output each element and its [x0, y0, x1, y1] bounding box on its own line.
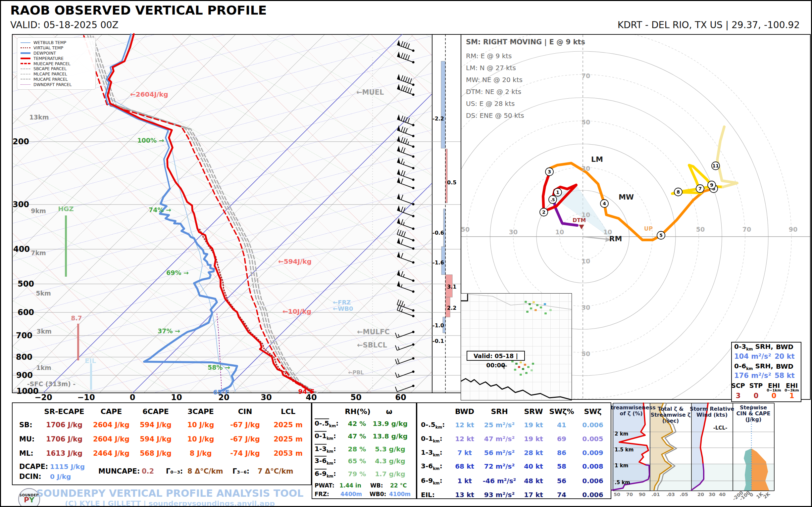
swz-1-3: 0.009 — [582, 449, 603, 457]
legend-label: MUECAPE PARCEL — [34, 61, 70, 66]
storm-motion-mw: MW: NE @ 20 kts — [466, 74, 585, 86]
plot-label-ring-56: 10 — [581, 258, 590, 265]
legend-item: SBCAPE PARCEL — [20, 66, 92, 71]
plot-label-ring-65: 90 — [789, 226, 798, 233]
storm-motion-info: SM: RIGHT MOVING | E @ 9 kts RM: E @ 9 k… — [466, 36, 585, 121]
mu-3cape: 10 J/kg — [187, 435, 214, 443]
row-label-ml: ML: — [19, 449, 34, 457]
w-0-1: 13.8 g/kg — [372, 432, 408, 440]
legend-item: VIRTUAL TEMP — [20, 45, 92, 51]
plot-label-py-82: 2 km — [615, 431, 628, 437]
plot-label-hl-9: 13km — [30, 114, 49, 121]
plot-label-xt-16: −20 — [35, 393, 52, 402]
row-label-dcin: DCIN: — [19, 472, 41, 481]
swzpct-0-1: 69 — [557, 435, 566, 443]
plot-label-om-47: -1.6 — [433, 260, 444, 266]
sb-lcl: 2025 m — [273, 421, 303, 429]
col-header-srh: SRH — [491, 407, 508, 416]
plot-label-ga-39: 58% → — [208, 364, 230, 371]
mucape-line-icon — [20, 79, 31, 79]
stp-label: STP — [749, 382, 763, 389]
plot-label-pt-87: 70 — [626, 492, 633, 497]
col-header-srw: SRW — [524, 407, 543, 416]
srh-0-6-value: 176 m²/s² — [734, 372, 771, 380]
dwndrft-line-icon — [20, 84, 31, 85]
srh-6-9: -46 m²/s² — [483, 477, 516, 485]
ml-sr-ecape: 1613 J/kg — [46, 449, 83, 457]
sounderpy-vertical-profile: RAOB OBSERVED VERTICAL PROFILE VALID: 05… — [0, 0, 812, 507]
plot-label-hl-14: 1km — [36, 364, 51, 371]
plot-label-om-51: -0.1 — [433, 338, 444, 344]
wb-label: WB: — [370, 482, 383, 489]
plot-label-ring-52: 70 — [581, 72, 590, 79]
plot-label-hl-12: 5km — [36, 290, 51, 297]
bwd-3-6: 68 kt — [455, 462, 474, 470]
moist-row-label: 6-9km: — [315, 469, 336, 478]
plot-label-grayb-34: ←MUEL — [356, 89, 384, 96]
legend-item: MUECAPE PARCEL — [20, 61, 92, 66]
rh-header: RH(%) — [345, 407, 370, 416]
muncape-label: MUNCAPE: — [98, 467, 140, 475]
map-valid-label: Valid: 05-18 | 00:00 — [467, 351, 525, 361]
plot-label-ph-77: Wind (kts) — [697, 412, 727, 418]
rh-1-3: 28 % — [348, 445, 366, 453]
plot-label-ring-54: 30 — [581, 165, 590, 172]
plot-label-pt-86: 50 — [614, 492, 620, 497]
plot-label-redb-41: 94°F — [298, 388, 315, 395]
temperature-line-icon — [20, 58, 31, 59]
plot-label-grayb-35: ←MULFC — [357, 328, 390, 336]
storm-motion-rm: RM: E @ 9 kts — [466, 50, 585, 62]
plot-label-grayb-36: ←SBLCL — [357, 341, 387, 349]
col-header-sr-ecape: SR-ECAPE — [44, 407, 84, 416]
plot-label-ring-57: 30 — [581, 304, 590, 311]
plot-label-pt-88: 90 — [639, 492, 646, 497]
plot-label-pt-91: .05 — [679, 492, 688, 497]
kin-row-label: 1-3km: — [421, 448, 443, 457]
sb-cin: -67 J/kg — [230, 421, 260, 429]
srh-0-6-label: 0-6km SRH, — [734, 362, 773, 371]
srw-1-3: 28 kt — [524, 449, 543, 457]
plot-label-xt-24: 60 — [395, 393, 406, 402]
sb-sr-ecape: 1706 J/kg — [46, 421, 83, 429]
wb0-value: 4100m — [389, 491, 411, 497]
plot-label-py-85: .5 km — [615, 480, 630, 486]
gamma36-value: 7 Δ°C/km — [258, 467, 293, 475]
plot-label-xt-17: −10 — [77, 393, 95, 402]
swz-0-05: 0.006 — [582, 421, 603, 429]
mu-cape: 2604 J/kg — [93, 435, 130, 443]
ml-cin: -74 J/kg — [230, 449, 260, 457]
footer-credit: (C) KYLE J GILLETT | sounderpysoundings.… — [65, 499, 275, 507]
col-header-cin: CIN — [238, 407, 252, 416]
pwat-label: PWAT: — [315, 482, 335, 489]
plot-label-hl-15: -SFC (313m) - — [27, 380, 75, 388]
gamma03-label: Γ₀₋₃: — [166, 467, 183, 475]
plot-label-ring-64: 70 — [743, 226, 751, 233]
legend-item: DWNDRFT PARCEL — [20, 82, 92, 87]
legend-label: DWNDRFT PARCEL — [34, 82, 71, 87]
gamma03-value: 8 Δ°C/km — [188, 467, 223, 475]
plot-label-ra-33: ←10J/kg — [283, 307, 311, 316]
plot-label-ph-79: Stepwise — [740, 404, 767, 411]
bwd-0-05: 12 kt — [455, 421, 474, 429]
bwd-1-3: 7 kt — [457, 449, 472, 457]
plot-label-hlbl-66: LM — [591, 155, 603, 164]
legend-item: WETBULB TEMP — [20, 40, 92, 45]
ehi-0-3-value: 1 — [790, 392, 795, 400]
plot-label-hgz-27: HGZ — [58, 205, 74, 213]
swz-3-6: 0.008 — [582, 462, 603, 470]
rh-6-9: 79 % — [348, 470, 366, 478]
wetbulb-line-icon — [20, 42, 31, 43]
plot-label-pt-92: 20 — [698, 492, 704, 497]
sb-3cape: 10 J/kg — [187, 421, 214, 429]
srh-0-3-label: 0-3km SRH, — [734, 342, 773, 351]
plot-label-pl-4: 600 — [17, 308, 34, 317]
srh-0-3-value: 104 m²/s² — [734, 352, 771, 360]
w-6-9: 1.7 g/kg — [375, 470, 405, 478]
moist-row-label: 0-.5km: — [315, 419, 339, 428]
skewt-legend: WETBULB TEMP VIRTUAL TEMP DEWPOINT TEMPE… — [17, 38, 96, 90]
plot-label-pl-7: 900 — [16, 371, 33, 380]
swzpct-6-9: 56 — [557, 477, 566, 485]
plot-label-pt-90: .03 — [666, 492, 675, 497]
kin-row-label: 6-9km: — [421, 476, 443, 486]
plot-label-ph-76: Storm Relative — [690, 406, 734, 412]
